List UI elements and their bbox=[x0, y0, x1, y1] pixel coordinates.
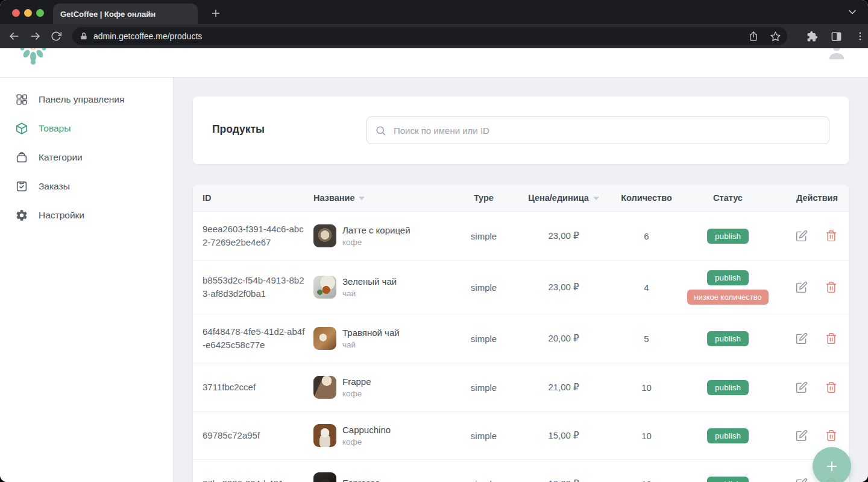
column-header-type[interactable]: Type bbox=[449, 193, 518, 203]
product-qty: 10 bbox=[609, 382, 684, 393]
product-category: кофе bbox=[342, 437, 391, 446]
page-title: Продукты bbox=[212, 123, 265, 136]
table-row: 3711fbc2ccef Frappeкофе simple 21,00 ₽ 1… bbox=[193, 363, 849, 411]
product-id: 64f48478-4fe5-41d2-ab4f-e6425c58c77e bbox=[203, 325, 313, 352]
table-row: 27bc0286-824d-481e- Espresso simple 10,0… bbox=[193, 459, 849, 482]
product-type: simple bbox=[449, 282, 518, 293]
status-badge: publish bbox=[707, 229, 749, 244]
product-image bbox=[313, 472, 336, 482]
product-type: simple bbox=[449, 479, 518, 482]
product-name: Frappe bbox=[342, 376, 371, 387]
window-close-button[interactable] bbox=[12, 9, 20, 17]
browser-tab[interactable]: GetCoffee | Кофе онлайн bbox=[53, 4, 198, 24]
sidebar-item-label: Заказы bbox=[39, 181, 70, 192]
product-price: 10,00 ₽ bbox=[518, 478, 609, 482]
product-name: Зеленый чай bbox=[342, 276, 397, 287]
forward-button[interactable] bbox=[28, 28, 43, 44]
table-row: 64f48478-4fe5-41d2-ab4f-e6425c58c77e Тра… bbox=[193, 314, 849, 363]
new-tab-button[interactable] bbox=[207, 5, 224, 22]
sidebar-item-products[interactable]: Товары bbox=[0, 114, 173, 143]
product-type: simple bbox=[449, 334, 518, 344]
search-input[interactable] bbox=[392, 125, 829, 136]
chevron-down-icon[interactable] bbox=[846, 6, 858, 18]
archive-box-icon bbox=[14, 150, 29, 165]
extensions-puzzle-icon[interactable] bbox=[804, 28, 820, 44]
sidebar-item-orders[interactable]: Заказы bbox=[0, 172, 173, 201]
page-header bbox=[0, 48, 868, 78]
product-category: чай bbox=[342, 289, 397, 298]
product-price: 15,00 ₽ bbox=[518, 430, 609, 441]
product-category: кофе bbox=[342, 238, 410, 247]
product-qty: 4 bbox=[609, 282, 684, 293]
product-category: чай bbox=[342, 340, 400, 349]
product-id: 69785c72a95f bbox=[203, 429, 313, 442]
browser-toolbar: admin.getcoffee.me/products bbox=[0, 24, 868, 48]
status-badge: publish bbox=[707, 477, 749, 482]
delete-button[interactable] bbox=[825, 229, 838, 243]
address-bar[interactable]: admin.getcoffee.me/products bbox=[72, 27, 787, 45]
column-header-status[interactable]: Статус bbox=[684, 193, 772, 203]
sort-arrow-icon bbox=[359, 197, 365, 200]
delete-button[interactable] bbox=[825, 281, 838, 294]
product-qty: 5 bbox=[609, 334, 684, 344]
side-panel-icon[interactable] bbox=[828, 28, 844, 44]
product-qty: 10 bbox=[609, 431, 684, 441]
sort-arrow-icon bbox=[593, 197, 599, 200]
product-type: simple bbox=[449, 431, 518, 441]
column-header-actions: Действия bbox=[772, 193, 839, 203]
share-icon[interactable] bbox=[748, 31, 759, 42]
back-button[interactable] bbox=[6, 28, 22, 44]
column-header-qty[interactable]: Количество bbox=[609, 193, 684, 203]
product-image bbox=[313, 424, 336, 447]
status-badge: publish bbox=[707, 270, 749, 285]
product-id: b8553d2c-f54b-4913-8b23-af8d3d2f0ba1 bbox=[203, 274, 313, 300]
low-quantity-badge: низкое количество bbox=[687, 290, 768, 305]
bookmark-star-icon[interactable] bbox=[770, 31, 781, 42]
reload-button[interactable] bbox=[48, 28, 64, 44]
product-type: simple bbox=[449, 231, 518, 241]
window-minimize-button[interactable] bbox=[24, 9, 32, 17]
edit-button[interactable] bbox=[795, 229, 808, 243]
table-header: ID Название Type Цена/единица Количество… bbox=[193, 185, 849, 211]
status-badge: publish bbox=[707, 428, 749, 443]
delete-button[interactable] bbox=[825, 381, 838, 394]
sidebar-item-label: Панель управления bbox=[39, 94, 124, 105]
tab-strip: GetCoffee | Кофе онлайн bbox=[0, 0, 868, 24]
product-category: кофе bbox=[342, 389, 371, 398]
search-field[interactable] bbox=[366, 116, 829, 144]
sidebar-item-categories[interactable]: Категории bbox=[0, 143, 173, 172]
sidebar-item-settings[interactable]: Настройки bbox=[0, 201, 173, 230]
product-name: Травяной чай bbox=[342, 328, 400, 338]
search-icon bbox=[375, 125, 386, 136]
dashboard-grid-icon bbox=[14, 92, 29, 107]
edit-button[interactable] bbox=[795, 429, 808, 442]
table-row: 9eea2603-f391-44c6-abc2-7269e2be4e67 Лат… bbox=[193, 211, 849, 260]
sidebar-item-label: Категории bbox=[39, 152, 83, 163]
edit-button[interactable] bbox=[795, 332, 808, 345]
column-header-price[interactable]: Цена/единица bbox=[518, 193, 609, 203]
add-product-button[interactable] bbox=[813, 447, 851, 482]
delete-button[interactable] bbox=[825, 332, 838, 345]
gear-icon bbox=[14, 208, 29, 223]
edit-button[interactable] bbox=[795, 281, 808, 294]
column-header-id[interactable]: ID bbox=[203, 193, 313, 203]
products-table: ID Название Type Цена/единица Количество… bbox=[193, 185, 849, 482]
toolbar-right bbox=[796, 28, 868, 44]
browser-menu-icon[interactable] bbox=[852, 28, 868, 44]
table-row: 69785c72a95f Cappuchinoкофе simple 15,00… bbox=[193, 411, 849, 459]
sidebar-item-dashboard[interactable]: Панель управления bbox=[0, 85, 173, 114]
edit-button[interactable] bbox=[795, 381, 808, 394]
product-name: Espresso bbox=[342, 478, 380, 482]
order-check-icon bbox=[14, 179, 29, 194]
product-qty: 6 bbox=[609, 231, 684, 241]
delete-button[interactable] bbox=[825, 429, 838, 442]
admin-page: Панель управления Товары Категории Заказ… bbox=[0, 48, 868, 482]
column-header-name[interactable]: Название bbox=[313, 193, 449, 203]
product-qty: 10 bbox=[609, 479, 684, 482]
edit-button[interactable] bbox=[795, 477, 808, 482]
product-image bbox=[313, 276, 336, 299]
sidebar: Панель управления Товары Категории Заказ… bbox=[0, 78, 174, 482]
window-zoom-button[interactable] bbox=[36, 9, 44, 17]
status-badge: publish bbox=[707, 331, 749, 346]
products-header-card: Продукты bbox=[193, 97, 849, 164]
